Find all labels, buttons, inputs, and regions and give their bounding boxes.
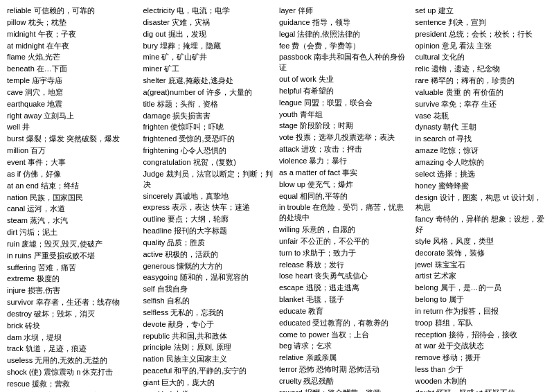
chinese-definition: 法律的,依照法律的 xyxy=(297,30,360,38)
english-word: at war xyxy=(416,341,438,350)
chinese-definition: 枕头；枕垫 xyxy=(28,18,66,26)
list-item: principle 法则；原则, 原理 xyxy=(143,342,276,353)
english-word: brick xyxy=(7,321,25,330)
column-2: electricity 电，电流；电学disaster 灾难，灾祸dig out… xyxy=(143,6,276,392)
list-item: educated 受过教育的，有教养的 xyxy=(279,318,411,328)
list-item: survivor 幸存者，生还者；线存物 xyxy=(7,297,139,308)
list-item: design 设计，图案，构思 vt 设计划，构思 xyxy=(416,193,548,213)
chinese-definition: 相同的,平等的 xyxy=(300,192,348,200)
chinese-definition: 埋葬；掩埋，隐藏 xyxy=(160,42,221,50)
list-item: vote 投票；选举几投票选举；表决 xyxy=(279,132,411,143)
english-word: less than xyxy=(416,365,448,373)
chinese-definition: 受惊的,受恐吓的 xyxy=(179,134,234,143)
english-word: educated xyxy=(279,319,312,327)
chinese-definition: 祝贺，(复数) xyxy=(193,158,236,166)
chinese-definition: 损失损害害 xyxy=(172,112,211,120)
chinese-definition: 污垢；泥土 xyxy=(19,228,57,236)
list-item: beg 请求；乞求 xyxy=(279,341,411,351)
chinese-definition: 处于交战状态 xyxy=(438,341,484,350)
chinese-definition: 同盟；联盟，联合会 xyxy=(304,98,373,107)
chinese-definition: 幸免；幸存 生还 xyxy=(441,100,497,108)
chinese-definition: 献身，专心于 xyxy=(168,320,214,328)
list-item: attack 进攻；攻击；抨击 xyxy=(279,144,411,154)
list-item: equal 相同的,平等的 xyxy=(279,191,411,202)
english-word: select xyxy=(416,170,438,178)
english-word: equal xyxy=(279,192,300,200)
list-item: cruelty 残忍残酷 xyxy=(279,376,411,386)
chinese-definition: 贵重 的 有价值的 xyxy=(446,88,503,96)
english-word: relative xyxy=(279,353,306,362)
list-item: fee 费（会费，学费等） xyxy=(279,41,411,51)
list-item: beneath 在…下面 xyxy=(7,64,139,74)
chinese-definition: 自私的 xyxy=(167,296,190,305)
chinese-definition: 逃脱；逃走逃离 xyxy=(306,283,359,292)
english-word: Judge xyxy=(143,170,166,178)
english-word: shelter xyxy=(143,76,168,84)
list-item: devote 献身，专心于 xyxy=(143,319,276,330)
column-4: set up 建立sentence 判决，宣判president 总统；会长；校… xyxy=(416,6,548,392)
list-item: steam 蒸汽，水汽 xyxy=(7,215,139,226)
english-word: canal xyxy=(7,204,27,213)
chinese-definition: 属于，是…的一员 xyxy=(440,283,501,292)
english-word: president xyxy=(416,30,449,38)
chinese-definition: 标题；头衔，资格 xyxy=(157,100,218,108)
english-word: a(great)number of xyxy=(143,88,206,96)
english-word: republic xyxy=(143,332,172,340)
english-word: honey xyxy=(416,181,438,190)
english-word: fee xyxy=(279,42,292,50)
list-item: relative 亲戚亲属 xyxy=(279,353,411,363)
chinese-definition: 遗物，遗迹，纪念物 xyxy=(431,64,500,73)
english-word: damage xyxy=(143,112,173,120)
list-item: select 选择；挑选 xyxy=(416,169,548,179)
english-word: flame xyxy=(7,53,28,61)
chinese-definition: 仿佛，好像 xyxy=(23,170,61,178)
english-word: terror xyxy=(279,365,299,373)
chinese-definition: 指导，领导 xyxy=(312,18,350,26)
english-word: reward xyxy=(279,389,305,392)
list-item: terror 恐怖 恐怖时期 恐怖活动 xyxy=(279,364,411,375)
chinese-definition: 在…下面 xyxy=(37,64,67,73)
chinese-definition: 品质；胜质 xyxy=(167,238,205,247)
english-word: dirt xyxy=(7,228,19,236)
chinese-definition: 可信赖的，可靠的 xyxy=(34,6,95,15)
chinese-definition: 请求；乞求 xyxy=(294,341,332,350)
english-word: title xyxy=(143,100,157,108)
list-item: nation 民族主义国家主义 xyxy=(143,354,276,364)
english-word: electricity xyxy=(143,6,177,15)
chinese-definition: 井 xyxy=(22,123,30,131)
list-item: at war 处于交战状态 xyxy=(416,341,548,351)
list-item: brick 砖块 xyxy=(7,321,139,331)
list-item: shelter 庇避,掩蔽处,逃身处 xyxy=(143,75,276,86)
list-item: damage 损失损害害 xyxy=(143,111,276,121)
chinese-definition: 投票；选举几投票选举；表决 xyxy=(296,133,395,141)
list-item: generous 慷慨的大方的 xyxy=(143,261,276,271)
chinese-definition: 午夜；子夜 xyxy=(38,30,76,38)
english-word: educate xyxy=(279,307,308,315)
list-item: at midnight 在午夜 xyxy=(7,41,139,51)
english-word: helpful xyxy=(279,87,303,95)
english-word: survive xyxy=(416,100,442,108)
chinese-definition: 吃惊；惊讶 xyxy=(440,146,479,154)
chinese-definition: 立刻马上 xyxy=(44,112,74,120)
chinese-definition: 电，电流；电学 xyxy=(177,6,230,15)
chinese-definition: 事实 xyxy=(342,168,357,177)
list-item: nation 民族，国家国民 xyxy=(7,193,139,203)
list-item: blow up 使充气；爆炸 xyxy=(279,179,411,190)
english-word: giant xyxy=(143,378,162,386)
english-word: jewel xyxy=(416,260,435,269)
list-item: rescue 援救；营救 xyxy=(7,379,139,389)
english-word: fancy xyxy=(416,215,436,223)
chinese-definition: 许多，大量的 xyxy=(206,88,252,96)
english-word: ruin xyxy=(7,240,21,248)
list-item: rare 稀罕的；稀有的，珍贵的 xyxy=(416,75,548,86)
english-word: million xyxy=(7,146,30,154)
list-item: republic 共和国,共和政体 xyxy=(143,331,276,341)
english-word: sincerely xyxy=(143,192,175,200)
chinese-definition: 费（会费，学费等） xyxy=(292,42,360,50)
list-item: as a matter of fact 事实 xyxy=(279,168,411,178)
english-word: blanket xyxy=(279,295,306,303)
chinese-definition: 破坏；毁坏，消灭 xyxy=(34,310,95,318)
english-word: miner xyxy=(143,64,165,73)
list-item: peaceful 和平的,平静的,安宁的 xyxy=(143,366,276,376)
list-item: midnight 午夜；子夜 xyxy=(7,29,139,39)
